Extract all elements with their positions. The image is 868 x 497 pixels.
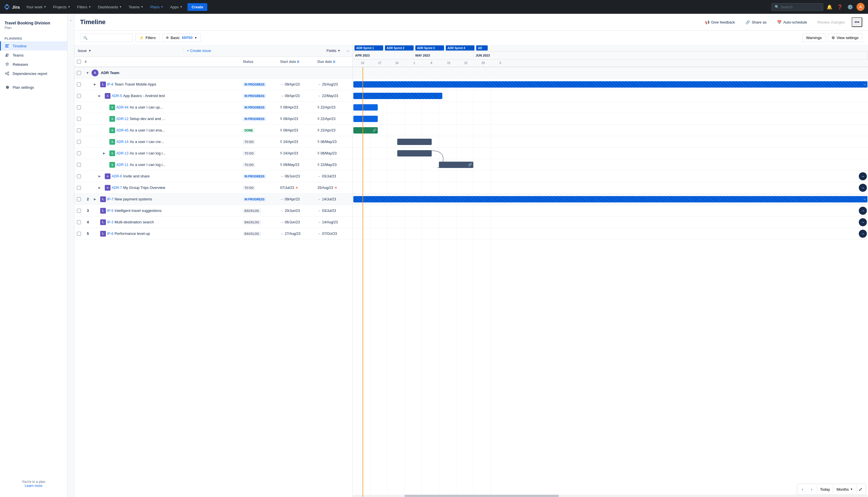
svg-point-7 [8, 74, 9, 75]
adr7-expand[interactable]: ▶ [97, 186, 102, 189]
create-issue-button[interactable]: + Create issue [184, 48, 214, 53]
gantt-bar-adr14[interactable] [397, 139, 432, 145]
adr13-status: TO DO [241, 151, 278, 155]
sidebar-item-dependencies[interactable]: Dependencies report [0, 69, 67, 78]
nav-dashboards[interactable]: Dashboards▼ [95, 3, 125, 11]
nav-apps[interactable]: Apps▼ [167, 3, 185, 11]
col-start-header[interactable]: Start date D [278, 60, 315, 64]
gantt-scrollbar[interactable] [353, 495, 868, 497]
ip3-id[interactable]: IP-3 [107, 220, 113, 224]
adr6-id[interactable]: ADR-6 [112, 174, 122, 178]
ip8-title[interactable]: Team Travel Mobile Apps [115, 82, 156, 86]
gantt-bar-ip7[interactable]: → [353, 196, 867, 202]
gantt-prev-button[interactable]: ‹ [798, 485, 807, 493]
sidebar-item-teams[interactable]: Teams [0, 51, 67, 60]
share-as-button[interactable]: 🔗 Share as [742, 18, 770, 26]
filter-search-box[interactable]: 🔍 [80, 33, 133, 42]
adr5-expand[interactable]: ▶ [97, 94, 102, 97]
adr45-id[interactable]: ADR-45 [116, 128, 129, 132]
more-options-button[interactable]: ••• [852, 17, 862, 27]
gantt-months-selector[interactable]: Months ▼ [834, 485, 855, 493]
ip7-id[interactable]: IP-7 [107, 197, 113, 201]
adr6-right-arrow[interactable]: → [859, 172, 867, 180]
search-box[interactable]: 🔍 Search [771, 3, 823, 11]
ip3-title[interactable]: Multi-destination search [115, 220, 154, 224]
view-settings-button[interactable]: ⚙ View settings [828, 33, 862, 42]
adr14-title[interactable]: As a user I can cre... [130, 140, 164, 144]
filters-button[interactable]: ⚡ Filters [135, 33, 159, 42]
gantt-bar-adr44[interactable] [353, 104, 378, 111]
ip3-right-arrow[interactable]: → [859, 218, 867, 226]
ip7-start: → 09/Apr/23 [278, 197, 315, 201]
ip7-expand[interactable]: ▶ [92, 198, 98, 201]
gantt-next-button[interactable]: › [808, 485, 816, 493]
gantt-fullscreen-button[interactable]: ⤢ [856, 485, 864, 493]
ip6-title[interactable]: Performance level-up [115, 231, 150, 236]
adr13-id[interactable]: ADR-13 [116, 151, 129, 155]
select-all-checkbox[interactable] [74, 60, 84, 64]
search-input[interactable] [89, 36, 129, 40]
ip5-title[interactable]: Intelligent travel suggestions [115, 209, 162, 213]
user-avatar[interactable]: A [856, 3, 865, 11]
ip6-right-arrow[interactable]: → [859, 230, 867, 238]
learn-more-link[interactable]: Learn more [25, 484, 42, 488]
adr44-title[interactable]: As a user I can up... [130, 105, 163, 109]
gantt-bar-adr11[interactable]: 🔗 [439, 162, 473, 168]
adr13-title[interactable]: As a user I can log i... [130, 151, 165, 155]
nav-filters[interactable]: Filters▼ [74, 3, 94, 11]
adr12-title[interactable]: Setup dev and and ... [130, 116, 165, 121]
fields-button[interactable]: Fields ▼ [323, 48, 344, 53]
sidebar-item-plan-settings[interactable]: Plan settings [0, 83, 67, 92]
warnings-button[interactable]: Warnings [802, 33, 825, 42]
col-issue[interactable]: Issue ▼ [74, 48, 184, 53]
col-due-header[interactable]: Due date D [315, 60, 352, 64]
adr11-id[interactable]: ADR-11 [116, 163, 129, 167]
gantt-bar-ip8[interactable]: → [353, 81, 867, 88]
create-button[interactable]: Create [187, 3, 207, 11]
ip6-id[interactable]: IP-6 [107, 232, 113, 236]
basic-edited-button[interactable]: ⚙ Basic EDITED ▼ [162, 33, 201, 42]
notifications-icon[interactable]: 🔔 [825, 3, 834, 11]
adr5-title[interactable]: App Basics - Android test [123, 94, 165, 98]
jira-logo[interactable]: Jira [3, 3, 20, 10]
sidebar-item-releases[interactable]: Releases [0, 60, 67, 69]
auto-schedule-button[interactable]: 📅 Auto-schedule [773, 18, 811, 26]
gantt-scrollbar-thumb[interactable] [404, 495, 559, 497]
ip8-id[interactable]: IP-8 [107, 82, 113, 86]
ip7-title[interactable]: New payment systems [115, 197, 152, 201]
adr6-title[interactable]: Invite and share [123, 174, 150, 178]
ip8-expand[interactable]: ▶ [92, 83, 98, 86]
table-row: S ADR-44 As a user I can up... IN PROGRE… [74, 102, 352, 113]
adr-group-collapse[interactable]: ▼ [85, 71, 90, 75]
adr13-expand[interactable]: ▶ [101, 152, 107, 155]
gantt-bar-adr13[interactable] [397, 150, 432, 156]
nav-your-work[interactable]: Your work▼ [23, 3, 49, 11]
ip5-right-arrow[interactable]: → [859, 207, 867, 215]
nav-teams[interactable]: Teams▼ [126, 3, 146, 11]
gantt-bar-adr12[interactable] [353, 116, 378, 122]
give-feedback-button[interactable]: 📢 Give feedback [701, 18, 739, 26]
sidebar-item-timeline[interactable]: Timeline [0, 41, 67, 51]
ip5-id[interactable]: IP-5 [107, 209, 113, 213]
help-icon[interactable]: ❓ [836, 3, 844, 11]
adr5-id[interactable]: ADR-5 [112, 94, 122, 98]
adr7-right-arrow[interactable]: → [859, 184, 867, 192]
sidebar-collapse-button[interactable]: ‹ [68, 14, 74, 497]
review-changes-button[interactable]: Review changes [814, 18, 848, 26]
expand-cols-button[interactable]: ↔ [346, 48, 350, 53]
settings-icon[interactable]: ⚙️ [846, 3, 854, 11]
adr11-title[interactable]: As a user I can log i... [130, 162, 165, 167]
gantt-bar-adr5[interactable] [353, 93, 442, 99]
adr7-title[interactable]: My Group Trips Overview [123, 185, 165, 190]
nav-plans[interactable]: Plans▼ [147, 3, 166, 11]
adr44-id[interactable]: ADR-44 [116, 105, 129, 109]
gantt-today-button[interactable]: Today [817, 485, 833, 493]
adr12-id[interactable]: ADR-12 [116, 117, 129, 121]
svg-point-5 [5, 73, 7, 74]
adr14-id[interactable]: ADR-14 [116, 140, 129, 144]
adr6-expand[interactable]: ▶ [97, 174, 102, 178]
adr45-title[interactable]: As a user I can ena... [130, 128, 165, 132]
adr7-id[interactable]: ADR-7 [112, 186, 122, 190]
nav-projects[interactable]: Projects▼ [50, 3, 73, 11]
gantt-bar-adr45[interactable]: 🔗 [353, 127, 378, 133]
